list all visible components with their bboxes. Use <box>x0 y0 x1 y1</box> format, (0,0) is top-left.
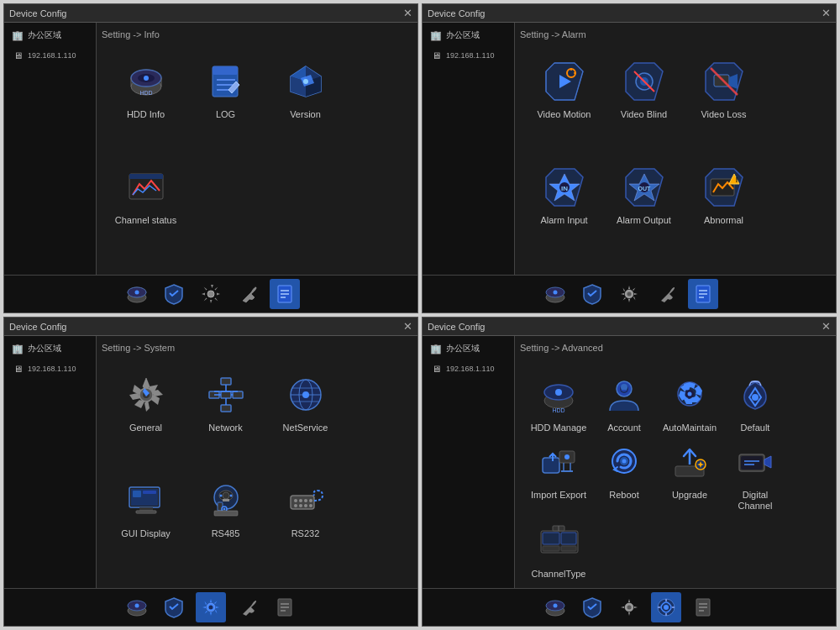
sidebar-ip-info[interactable]: 🖥 192.168.1.110 <box>8 46 92 65</box>
nav-document-system[interactable] <box>270 592 300 622</box>
panel-advanced: Device Config ✕ 🏢 办公区域 🖥 192.168.1.110 S… <box>422 317 837 627</box>
breadcrumb-system: Setting -> System <box>102 341 412 354</box>
network-graphic <box>202 371 249 417</box>
rs232-graphic <box>282 477 328 523</box>
default-graphic <box>732 371 779 417</box>
close-button-alarm[interactable]: ✕ <box>822 8 831 18</box>
icon-log[interactable]: LOG <box>190 58 261 155</box>
video-blind-graphic <box>621 58 667 104</box>
bottom-bar-info <box>4 275 417 312</box>
svg-rect-71 <box>133 491 141 497</box>
close-button-system[interactable]: ✕ <box>403 321 412 332</box>
titlebar-info: Device Config ✕ <box>4 4 417 23</box>
hdd-manage-label: HDD Manage <box>531 423 587 433</box>
icon-alarm-output[interactable]: OUT Alarm Output <box>608 164 680 261</box>
icon-account[interactable]: Account <box>594 371 654 433</box>
sidebar-ip-alarm[interactable]: 🖥 192.168.1.110 <box>426 46 511 65</box>
sidebar-location-system[interactable]: 🏢 办公区域 <box>8 339 92 358</box>
svg-point-111 <box>688 391 692 396</box>
building-icon: 🏢 <box>11 29 24 42</box>
close-button-advanced[interactable]: ✕ <box>822 321 831 332</box>
icon-rs232[interactable]: RS232 <box>270 477 341 575</box>
nav-document-advanced[interactable] <box>688 592 718 622</box>
bottom-bar-alarm <box>423 275 836 312</box>
svg-rect-126 <box>543 533 559 544</box>
icon-channel-status[interactable]: Channel status <box>110 164 181 261</box>
nav-shield-info[interactable] <box>159 279 189 309</box>
icon-upgrade[interactable]: Upgrade <box>659 438 720 512</box>
sidebar-location-alarm[interactable]: 🏢 办公区域 <box>426 26 511 45</box>
icon-version[interactable]: Version <box>270 58 341 155</box>
svg-point-19 <box>207 291 214 297</box>
icon-automaintain[interactable]: AutoMaintain <box>659 371 720 433</box>
rs232-label: RS232 <box>291 528 320 539</box>
sidebar-ip-system[interactable]: 🖥 192.168.1.110 <box>8 360 92 378</box>
upgrade-label: Upgrade <box>672 490 707 501</box>
nav-document-alarm[interactable] <box>688 279 718 309</box>
icon-alarm-input[interactable]: IN Alarm Input <box>528 164 600 261</box>
svg-point-104 <box>555 389 562 396</box>
monitor-icon: 🖥 <box>11 49 24 62</box>
breadcrumb-advanced: Setting -> Advanced <box>520 341 831 354</box>
icon-reboot[interactable]: Reboot <box>594 438 654 512</box>
icon-video-motion[interactable]: Video Motion <box>528 58 600 155</box>
icon-digital-channel[interactable]: Digital Channel <box>725 438 785 512</box>
panel-info: Device Config ✕ 🏢 办公区域 🖥 192.168.1.110 S… <box>3 3 418 313</box>
svg-rect-128 <box>543 546 559 551</box>
icon-rs485[interactable]: RS485 <box>190 477 261 575</box>
video-motion-label: Video Motion <box>537 109 591 120</box>
monitor-icon-system: 🖥 <box>11 362 24 375</box>
nav-wrench-info[interactable] <box>233 279 263 309</box>
nav-gear-alarm[interactable] <box>614 279 644 309</box>
sidebar-ip-advanced[interactable]: 🖥 192.168.1.110 <box>426 360 511 378</box>
nav-gear-advanced[interactable] <box>614 592 644 622</box>
nav-hdd-info[interactable] <box>122 279 152 309</box>
icon-gui-display[interactable]: GUI Display <box>110 477 181 575</box>
monitor-icon-alarm: 🖥 <box>429 49 443 62</box>
panel-title-info: Device Config <box>9 8 66 18</box>
icon-default[interactable]: Default <box>725 371 785 433</box>
video-motion-graphic <box>541 58 587 104</box>
icon-general[interactable]: General <box>110 371 181 469</box>
svg-rect-83 <box>214 511 238 516</box>
channel-type-graphic <box>536 517 582 564</box>
nav-hdd-alarm[interactable] <box>540 279 570 309</box>
icon-video-loss[interactable]: Video Loss <box>688 58 759 155</box>
icon-channel-type[interactable]: ChannelType <box>528 517 589 580</box>
nav-wrench-system[interactable] <box>233 592 263 622</box>
nav-shield-system[interactable] <box>159 592 189 622</box>
icon-abnormal[interactable]: ! Abnormal <box>688 164 759 261</box>
icon-network[interactable]: Network <box>190 371 261 469</box>
nav-shield-alarm[interactable] <box>577 279 607 309</box>
icon-hdd-info[interactable]: HDD HDD Info <box>110 58 181 155</box>
channel-type-label: ChannelType <box>532 569 586 580</box>
svg-point-86 <box>294 504 297 507</box>
gui-display-label: GUI Display <box>121 528 171 539</box>
content-advanced: Setting -> Advanced HDD HDD Manage <box>515 336 836 588</box>
sidebar-location-info[interactable]: 🏢 办公区域 <box>8 26 92 45</box>
icon-hdd-manage[interactable]: HDD HDD Manage <box>528 371 589 433</box>
icon-grid-system: General <box>102 363 412 583</box>
icon-import-export[interactable]: Import Export <box>528 438 589 512</box>
nav-shield-advanced[interactable] <box>577 592 607 622</box>
icon-netservice[interactable]: NetService <box>270 371 341 469</box>
log-label: LOG <box>216 109 235 120</box>
svg-rect-7 <box>213 66 238 75</box>
automaintain-label: AutoMaintain <box>663 423 717 433</box>
nav-gear-info[interactable] <box>196 279 226 309</box>
svg-rect-73 <box>143 496 156 499</box>
nav-hdd-system[interactable] <box>122 592 152 622</box>
nav-hdd-advanced[interactable] <box>540 592 570 622</box>
nav-document-info[interactable] <box>270 279 300 309</box>
nav-wrench-alarm[interactable] <box>651 279 681 309</box>
nav-gear-system[interactable] <box>196 592 226 622</box>
version-label: Version <box>290 109 321 120</box>
close-button-info[interactable]: ✕ <box>403 8 412 18</box>
alarm-output-graphic: OUT <box>621 164 667 210</box>
svg-point-79 <box>229 494 232 496</box>
icon-video-blind[interactable]: Video Blind <box>608 58 680 155</box>
nav-wrench-advanced[interactable] <box>651 592 681 622</box>
svg-rect-122 <box>741 456 763 470</box>
breadcrumb-info: Setting -> Info <box>102 28 412 41</box>
sidebar-location-advanced[interactable]: 🏢 办公区域 <box>426 339 511 358</box>
